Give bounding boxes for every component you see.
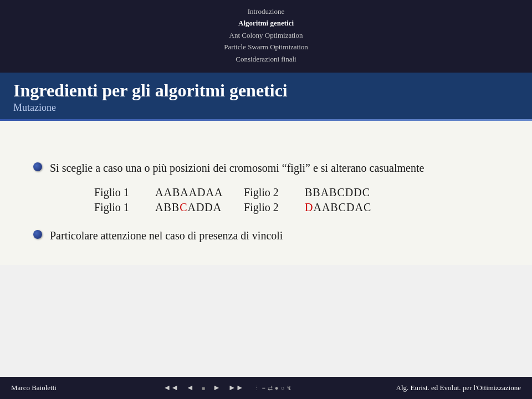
- bullet-dot-1: [33, 162, 42, 171]
- seq3-red-char: D: [305, 201, 313, 213]
- footer: Marco Baioletti ◄◄ ◄ ■ ► ►► ⋮ ≡ ⇄ ● ○ ↯ …: [0, 377, 532, 399]
- bullet-dot-2: [33, 230, 42, 239]
- nav-next-btn[interactable]: ►: [211, 382, 223, 393]
- nav-item-considerazioni[interactable]: Considerazioni finali: [0, 53, 532, 65]
- nav-icon-6: ↯: [287, 385, 291, 392]
- nav-item-pso[interactable]: Particle Swarm Optimization: [0, 41, 532, 53]
- nav-icon-3: ⇄: [268, 385, 273, 392]
- figlio1-label-1: Figlio 1: [94, 186, 139, 199]
- mutation-row-1: Figlio 1 AABAADAA Figlio 2 BBABCDDC: [94, 186, 499, 199]
- subtitle: Mutazione: [13, 102, 519, 114]
- nav-item-aco[interactable]: Ant Colony Optimization: [0, 29, 532, 41]
- bullet-text-1: Si sceglie a caso una o più posizioni de…: [50, 160, 424, 176]
- figlio1-seq-1: AABAADAA: [155, 186, 227, 199]
- nav-icon-2: ≡: [262, 385, 265, 392]
- footer-navigation[interactable]: ◄◄ ◄ ■ ► ►► ⋮ ≡ ⇄ ● ○ ↯: [161, 382, 291, 393]
- nav-icon-5: ○: [280, 385, 284, 392]
- footer-author: Marco Baioletti: [11, 383, 57, 392]
- figlio2-label-2: Figlio 2: [244, 201, 288, 214]
- seq2-suffix: ADDA: [187, 201, 222, 213]
- bullet-item-2: Particolare attenzione nel caso di prese…: [33, 227, 499, 244]
- bullet-text-2: Particolare attenzione nel caso di prese…: [50, 227, 283, 244]
- main-title: Ingredienti per gli algoritmi genetici: [13, 80, 519, 101]
- seq2-prefix: ABB: [155, 201, 180, 213]
- nav-last-btn[interactable]: ►►: [226, 382, 246, 393]
- figlio2-label-1: Figlio 2: [244, 186, 288, 199]
- nav-prev-btn[interactable]: ◄: [184, 382, 196, 393]
- figlio1-label-2: Figlio 1: [94, 201, 139, 214]
- mutation-row-2: Figlio 1 ABBCADDA Figlio 2 DAABCDAC: [94, 201, 499, 214]
- nav-first-btn[interactable]: ◄◄: [161, 382, 181, 393]
- seq2-red-char: C: [180, 201, 187, 213]
- figlio1-seq-2: ABBCADDA: [155, 201, 227, 214]
- title-bar: Ingredienti per gli algoritmi genetici M…: [0, 73, 532, 119]
- mutation-table: Figlio 1 AABAADAA Figlio 2 BBABCDDC Figl…: [94, 186, 499, 214]
- top-navigation: Introduzione Algoritmi genetici Ant Colo…: [0, 0, 532, 73]
- seq3-suffix: AABCDAC: [313, 201, 371, 213]
- bullet-item-1: Si sceglie a caso una o più posizioni de…: [33, 160, 499, 176]
- nav-icon-1: ⋮: [254, 385, 260, 392]
- figlio2-seq-2: DAABCDAC: [305, 201, 371, 214]
- footer-course: Alg. Eurist. ed Evolut. per l'Ottimizzaz…: [396, 383, 521, 392]
- nav-item-introduzione[interactable]: Introduzione: [0, 6, 532, 17]
- nav-item-algoritmi[interactable]: Algoritmi genetici: [0, 17, 532, 29]
- main-content: Si sceglie a caso una o più posizioni de…: [0, 121, 532, 265]
- nav-icon-4: ●: [275, 385, 279, 392]
- figlio2-seq-1: BBABCDDC: [305, 186, 370, 199]
